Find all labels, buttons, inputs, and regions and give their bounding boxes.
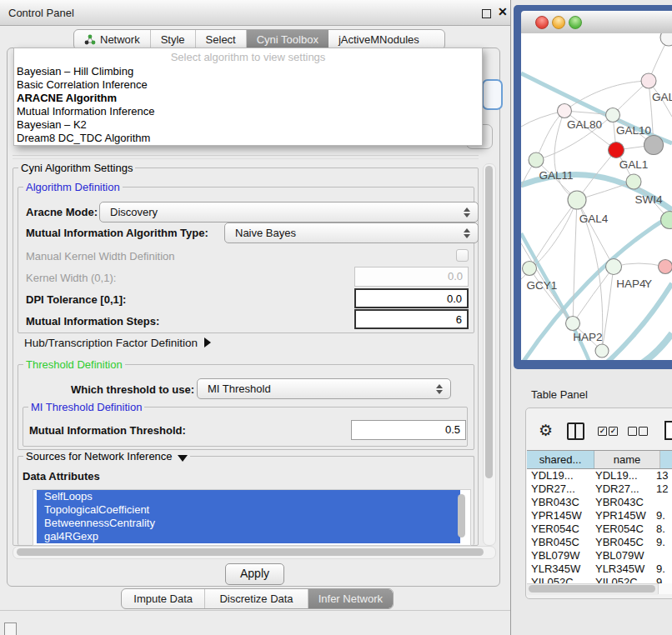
network-edge-highlighted[interactable] — [634, 333, 672, 360]
tab-network[interactable]: Network — [74, 30, 151, 49]
table-row[interactable]: YBL079WYBL079W — [527, 549, 672, 562]
mi-algorithm-type-select[interactable]: Naive Bayes — [224, 222, 479, 243]
dropdown-item-selected[interactable]: ARACNE Algorithm — [14, 92, 482, 105]
threshold-definition-title: Threshold Definition — [23, 358, 125, 371]
zoom-traffic-light[interactable] — [569, 16, 582, 29]
network-edge[interactable] — [564, 81, 649, 111]
aracne-mode-select[interactable]: Discovery — [99, 202, 479, 222]
network-node-gal10[interactable] — [606, 108, 620, 122]
apply-button[interactable]: Apply — [225, 563, 284, 585]
tab-jactivemnodules[interactable]: jActiveMNodules — [328, 30, 429, 49]
table-row[interactable]: YPR145WYPR145W9. — [527, 509, 672, 522]
table-row[interactable]: YDL19...YDL19...13 — [527, 469, 672, 482]
tab-select[interactable]: Select — [196, 30, 247, 49]
network-node-gal11[interactable] — [529, 152, 544, 168]
column-header[interactable] — [660, 451, 672, 468]
gear-icon[interactable]: ⚙ — [539, 421, 553, 440]
mi-steps-field[interactable]: 6 — [354, 309, 469, 329]
table-row[interactable]: YDR27...YDR27...12 — [527, 482, 672, 496]
dpi-tolerance-label: DPI Tolerance [0,1]: — [26, 293, 126, 306]
tab-infer-network[interactable]: Infer Network — [308, 589, 393, 608]
list-item[interactable]: BetweennessCentrality — [37, 517, 460, 530]
file-icon[interactable] — [664, 421, 672, 440]
list-item[interactable]: TopologicalCoefficient — [37, 503, 460, 517]
spinner-arrows-icon — [436, 383, 443, 395]
network-node-gal1[interactable] — [609, 142, 624, 158]
network-edge[interactable] — [573, 200, 577, 323]
table-cell: 9. — [654, 536, 672, 549]
float-window-icon[interactable] — [482, 9, 491, 18]
tab-cyni-toolbox[interactable]: Cyni Toolbox — [247, 30, 328, 49]
table-cell: 9. — [654, 562, 672, 576]
network-node-gal80[interactable] — [558, 104, 572, 118]
column-header[interactable]: name — [594, 451, 660, 468]
manual-kernel-label: Manual Kernel Width Definition — [26, 250, 174, 262]
node-table[interactable]: shared... name YDL19...YDL19...13YDR27..… — [527, 450, 672, 584]
group-title: Cyni Algorithm Settings — [18, 162, 135, 174]
kernel-width-field[interactable]: 0.0 — [354, 267, 469, 287]
node-label: SWI4 — [634, 193, 662, 206]
network-node-pink-right[interactable] — [659, 260, 672, 274]
data-attributes-list[interactable]: SelfLoops TopologicalCoefficient Between… — [33, 489, 471, 546]
network-node-swi4[interactable] — [626, 174, 641, 189]
list-item[interactable]: gal4RGexp — [37, 530, 460, 543]
network-node-gal-pink[interactable] — [641, 73, 656, 88]
settings-vertical-scrollbar[interactable] — [483, 163, 496, 546]
network-edge[interactable] — [536, 111, 564, 160]
network-canvas[interactable]: GALGAL80GAL10GAL1GAL11SWI4GAL4GCY1HAP4YH… — [521, 33, 672, 360]
network-node-gcy1[interactable] — [523, 262, 537, 276]
network-edge[interactable] — [577, 200, 614, 267]
minimize-traffic-light[interactable] — [552, 16, 565, 29]
table-scrollbar-thumb[interactable] — [529, 585, 655, 592]
unchecked-checkbox-icon[interactable] — [639, 427, 648, 436]
network-node-gal4[interactable] — [568, 191, 586, 209]
table-cell: YDR27... — [591, 482, 654, 496]
dropdown-item[interactable]: Basic Correlation Inference — [14, 78, 482, 92]
manual-kernel-checkbox[interactable] — [456, 249, 469, 262]
sources-title[interactable]: Sources for Network Inference — [23, 450, 190, 462]
node-label: GAL1 — [619, 158, 649, 171]
table-cell — [654, 549, 672, 562]
list-scrollbar[interactable] — [460, 492, 468, 542]
collapsed-arrow-icon — [204, 338, 211, 348]
table-row[interactable]: YBR043CYBR043C — [527, 496, 672, 509]
table-row[interactable]: YBR045CYBR045C9. — [527, 536, 672, 549]
checked-checkbox-icon[interactable]: ✓ — [598, 427, 607, 436]
dropdown-item[interactable]: Bayesian – K2 — [14, 118, 482, 132]
network-node-bottom-node[interactable] — [595, 344, 609, 358]
which-threshold-select[interactable]: MI Threshold — [197, 378, 451, 399]
dpi-tolerance-field[interactable]: 0.0 — [354, 288, 469, 308]
network-node-right-green[interactable] — [661, 212, 672, 229]
network-node-top-partial[interactable] — [660, 33, 672, 46]
table-row[interactable]: YER054CYER054C8. — [527, 522, 672, 536]
settings-horizontal-scrollbar[interactable] — [13, 546, 496, 559]
unchecked-checkbox-icon[interactable] — [628, 427, 637, 436]
tab-discretize-data[interactable]: Discretize Data — [205, 589, 308, 608]
hub-section-toggle[interactable]: Hub/Transcription Factor Definition — [24, 337, 211, 349]
dropdown-item[interactable]: Bayesian – Hill Climbing — [14, 65, 482, 78]
checked-checkbox-icon[interactable]: ✓ — [609, 427, 618, 436]
close-icon[interactable]: ✕ — [498, 5, 508, 18]
node-label: GAL10 — [616, 124, 651, 137]
algorithm-dropdown-popup: Select algorithm to view settings Bayesi… — [13, 48, 483, 146]
mi-threshold-field[interactable]: 0.5 — [351, 420, 466, 440]
column-layout-icon[interactable] — [567, 422, 584, 440]
list-item[interactable]: SelfLoops — [37, 490, 460, 503]
data-attributes-label: Data Attributes — [23, 470, 100, 482]
scrollbar-corner — [658, 583, 672, 594]
divider — [0, 610, 510, 611]
table-row[interactable]: YLR345WYLR345W9. — [527, 562, 672, 576]
column-header[interactable]: shared... — [527, 451, 594, 468]
network-node-hap2[interactable] — [566, 317, 580, 331]
dropdown-item[interactable]: Dream8 DC_TDC Algorithm — [14, 132, 482, 145]
tab-style[interactable]: Style — [151, 30, 196, 49]
close-traffic-light[interactable] — [535, 16, 549, 29]
tab-impute-data[interactable]: Impute Data — [122, 589, 205, 608]
network-node-gray-node[interactable] — [644, 136, 664, 155]
dropdown-item[interactable]: Mutual Information Inference — [14, 105, 482, 118]
kernel-width-label: Kernel Width (0,1): — [26, 272, 116, 284]
table-cell: YLR345W — [591, 562, 654, 576]
network-node-hap4[interactable] — [606, 259, 622, 275]
dock-icon[interactable] — [4, 622, 17, 635]
divider — [13, 158, 479, 159]
